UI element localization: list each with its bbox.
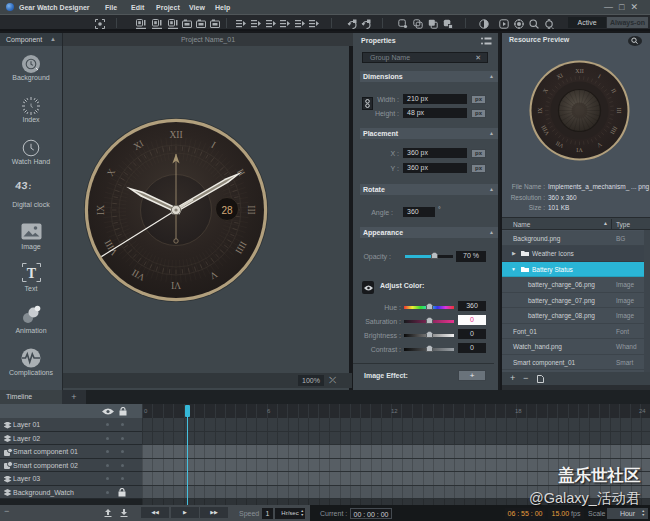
svg-text:VI: VI (576, 147, 582, 153)
svg-text:III: III (616, 108, 622, 114)
svg-text:T: T (27, 266, 37, 281)
svg-text:IX: IX (537, 107, 543, 114)
svg-text:III: III (246, 205, 256, 215)
svg-text:VI: VI (171, 280, 181, 290)
svg-text:28: 28 (221, 205, 233, 216)
svg-text:XII: XII (575, 68, 583, 74)
svg-text:XII: XII (169, 130, 182, 140)
svg-text:IX: IX (96, 205, 106, 215)
